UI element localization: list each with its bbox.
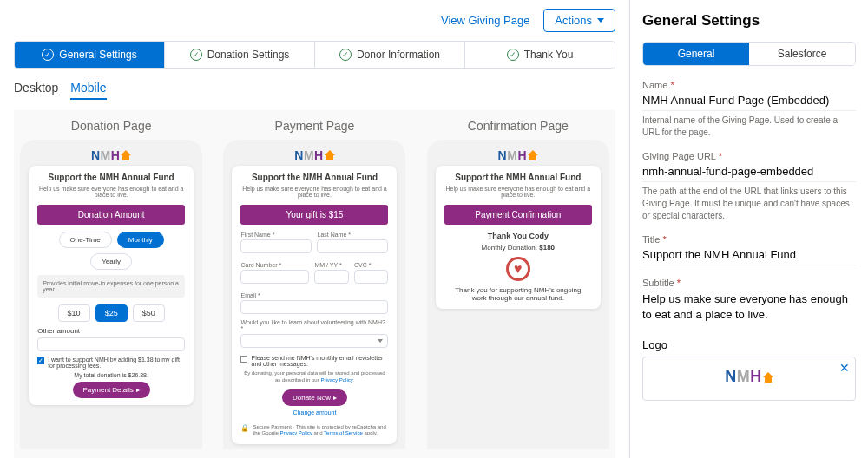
house-icon xyxy=(528,150,538,160)
exp-input[interactable] xyxy=(314,270,349,284)
settings-sub-tabs: General Salesforce xyxy=(642,42,856,66)
check-circle-icon: ✓ xyxy=(507,49,519,61)
exp-label: MM / YY * xyxy=(314,262,349,268)
field-name[interactable]: Name * NMH Annual Fund Page (Embedded) I… xyxy=(642,80,856,139)
preview-title: Donation Page xyxy=(71,119,152,133)
view-giving-page-link[interactable]: View Giving Page xyxy=(441,14,529,27)
field-title[interactable]: Title * Support the NMH Annual Fund xyxy=(642,234,856,265)
amount-25[interactable]: $25 xyxy=(95,304,128,322)
actions-label: Actions xyxy=(555,14,592,27)
arrow-right-icon: ▸ xyxy=(333,394,337,402)
email-label: Email * xyxy=(240,292,388,298)
card-subhead: Help us make sure everyone has enough to… xyxy=(240,186,388,198)
phone-mock-payment: NMH Support the NMH Annual Fund Help us … xyxy=(223,140,405,449)
fee-checkbox[interactable] xyxy=(37,357,44,364)
fee-text: I want to support NMH by adding $1.38 to… xyxy=(48,357,185,369)
subtab-salesforce[interactable]: Salesforce xyxy=(749,43,855,65)
chevron-down-icon xyxy=(597,18,604,23)
thank-you-name: Thank You Cody xyxy=(444,232,592,240)
preview-title: Confirmation Page xyxy=(468,119,569,133)
privacy-policy-link[interactable]: Privacy Policy xyxy=(320,377,352,383)
last-name-input[interactable] xyxy=(317,239,388,253)
amount-10[interactable]: $10 xyxy=(58,304,90,322)
url-value: nmh-annual-fund-page-embedded xyxy=(642,161,856,182)
tab-thank-you[interactable]: ✓ Thank You xyxy=(465,42,615,68)
freq-yearly[interactable]: Yearly xyxy=(90,253,132,270)
name-help: Internal name of the Giving Page. Used t… xyxy=(642,114,856,139)
title-value: Support the NMH Annual Fund xyxy=(642,245,856,265)
subtitle-value: Help us make sure everyone has enough to… xyxy=(642,288,856,326)
card-subhead: Help us make sure everyone has enough to… xyxy=(37,186,185,198)
gift-amount-header: Your gift is $15 xyxy=(240,205,388,225)
settings-panel: General Settings General Salesforce Name… xyxy=(629,0,868,458)
preview-confirmation: Confirmation Page NMH Support the NMH An… xyxy=(423,119,614,449)
logo-preview: ✕ NMH xyxy=(642,357,856,401)
payment-details-button[interactable]: Payment Details ▸ xyxy=(73,382,150,398)
donation-summary: Monthly Donation: $180 xyxy=(444,244,592,252)
check-circle-icon: ✓ xyxy=(339,49,352,61)
device-tab-desktop[interactable]: Desktop xyxy=(14,81,58,100)
house-icon xyxy=(763,372,773,383)
donation-card: Support the NMH Annual Fund Help us make… xyxy=(29,166,194,405)
nmh-logo: NMH xyxy=(91,148,131,162)
actions-button[interactable]: Actions xyxy=(543,9,615,32)
house-icon xyxy=(325,150,335,160)
cvc-input[interactable] xyxy=(354,270,389,284)
freq-one-time[interactable]: One-Time xyxy=(59,232,112,248)
field-subtitle[interactable]: Subtitle * Help us make sure everyone ha… xyxy=(642,278,856,326)
url-help: The path at the end of the URL that link… xyxy=(642,186,856,222)
step-tabs: ✓ General Settings ✓ Donation Settings ✓… xyxy=(14,41,615,69)
field-url[interactable]: Giving Page URL * nmh-annual-fund-page-e… xyxy=(642,151,856,222)
donation-hint: Provides initial move-in expenses for on… xyxy=(37,275,185,298)
amount-50[interactable]: $50 xyxy=(133,304,165,322)
thank-you-message: Thank you for supporting NMH's ongoing w… xyxy=(444,286,592,302)
last-name-label: Last Name * xyxy=(317,232,388,238)
cvc-label: CVC * xyxy=(354,262,389,268)
nmh-logo: NMH xyxy=(725,368,773,386)
privacy-disclaimer: By donating, your personal data will be … xyxy=(240,370,388,384)
preview-panel: View Giving Page Actions ✓ General Setti… xyxy=(0,0,629,458)
phone-mock-donation: NMH Support the NMH Annual Fund Help us … xyxy=(20,140,202,449)
first-name-label: First Name * xyxy=(240,232,312,238)
secure-footer: 🔒 Secure Payment · This site is protecte… xyxy=(240,424,388,438)
remove-logo-button[interactable]: ✕ xyxy=(839,361,850,375)
first-name-input[interactable] xyxy=(240,239,312,253)
freq-monthly[interactable]: Monthly xyxy=(117,232,164,248)
check-circle-icon: ✓ xyxy=(42,49,54,61)
card-subhead: Help us make sure everyone has enough to… xyxy=(444,186,592,198)
nmh-logo: NMH xyxy=(498,148,538,162)
name-value: NMH Annual Fund Page (Embedded) xyxy=(642,90,856,111)
preview-donation: Donation Page NMH Support the NMH Annual… xyxy=(16,119,207,449)
other-amount-input[interactable] xyxy=(37,337,185,351)
other-amount-label: Other amount xyxy=(37,327,185,335)
device-tabs: Desktop Mobile xyxy=(14,77,615,103)
payment-card: Support the NMH Annual Fund Help us make… xyxy=(232,166,397,444)
subtab-general[interactable]: General xyxy=(643,43,749,65)
email-input[interactable] xyxy=(240,300,388,314)
volunteer-select[interactable] xyxy=(240,334,388,348)
tab-donation-settings[interactable]: ✓ Donation Settings xyxy=(165,42,315,68)
card-headline: Support the NMH Annual Fund xyxy=(444,173,592,182)
nmh-logo: NMH xyxy=(294,148,334,162)
card-headline: Support the NMH Annual Fund xyxy=(240,173,388,182)
newsletter-checkbox[interactable] xyxy=(240,356,247,363)
google-privacy-link[interactable]: Privacy Policy xyxy=(280,430,312,435)
card-headline: Support the NMH Annual Fund xyxy=(37,173,185,182)
card-number-input[interactable] xyxy=(240,270,309,284)
volunteer-label: Would you like to learn about volunteeri… xyxy=(240,319,388,331)
newsletter-text: Please send me NMH's monthly email newsl… xyxy=(251,355,388,367)
card-number-label: Card Number * xyxy=(240,262,309,268)
preview-title: Payment Page xyxy=(275,119,355,133)
change-amount-link[interactable]: Change amount xyxy=(240,409,388,415)
arrow-right-icon: ▸ xyxy=(136,386,140,394)
panel-title: General Settings xyxy=(642,12,856,29)
donate-now-button[interactable]: Donate Now ▸ xyxy=(282,389,347,406)
check-circle-icon: ✓ xyxy=(190,49,202,61)
confirmation-card: Support the NMH Annual Fund Help us make… xyxy=(436,166,601,309)
heart-icon: ♥ xyxy=(506,257,530,281)
google-tos-link[interactable]: Terms of Service xyxy=(324,430,363,435)
field-logo: Logo ✕ NMH xyxy=(642,338,856,401)
device-tab-mobile[interactable]: Mobile xyxy=(70,81,106,100)
tab-general-settings[interactable]: ✓ General Settings xyxy=(15,42,165,68)
tab-donor-information[interactable]: ✓ Donor Information xyxy=(315,42,465,68)
